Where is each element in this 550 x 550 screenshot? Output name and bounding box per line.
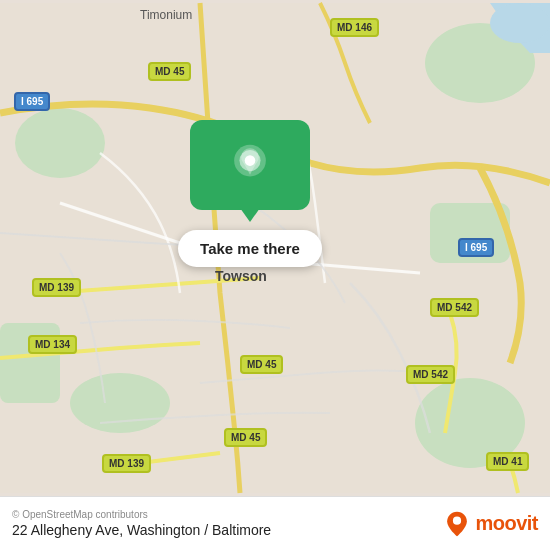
- road-badge-md41: MD 41: [486, 452, 529, 471]
- app: Timonium Towson MD 146 MD 45 I 695 I 695…: [0, 0, 550, 550]
- road-badge-md146: MD 146: [330, 18, 379, 37]
- bottom-info: © OpenStreetMap contributors 22 Alleghen…: [12, 509, 271, 538]
- road-badge-md139: MD 139: [32, 278, 81, 297]
- road-badge-i695-left: I 695: [14, 92, 50, 111]
- moovit-logo: moovit: [443, 510, 538, 538]
- location-popup: Take me there: [155, 120, 345, 267]
- svg-point-2: [15, 108, 105, 178]
- svg-point-7: [490, 3, 550, 43]
- location-pin-icon: [228, 143, 272, 187]
- copyright-text: © OpenStreetMap contributors: [12, 509, 271, 520]
- popup-bubble: [190, 120, 310, 210]
- moovit-pin-icon: [443, 510, 471, 538]
- bottom-bar: © OpenStreetMap contributors 22 Alleghen…: [0, 496, 550, 550]
- road-badge-md139-bot: MD 139: [102, 454, 151, 473]
- take-me-there-button[interactable]: Take me there: [178, 230, 322, 267]
- road-badge-md45-top: MD 45: [148, 62, 191, 81]
- svg-point-4: [70, 373, 170, 433]
- road-badge-i695-right: I 695: [458, 238, 494, 257]
- svg-point-11: [453, 516, 461, 524]
- road-badge-md542-top: MD 542: [430, 298, 479, 317]
- towson-label: Towson: [215, 268, 267, 284]
- road-badge-md45-mid: MD 45: [240, 355, 283, 374]
- timonium-label: Timonium: [140, 8, 192, 22]
- address-text: 22 Allegheny Ave, Washington / Baltimore: [12, 522, 271, 538]
- road-badge-md134: MD 134: [28, 335, 77, 354]
- road-badge-md45-bot: MD 45: [224, 428, 267, 447]
- moovit-brand-text: moovit: [475, 512, 538, 535]
- map-container: Timonium Towson MD 146 MD 45 I 695 I 695…: [0, 0, 550, 496]
- road-badge-md542-bot: MD 542: [406, 365, 455, 384]
